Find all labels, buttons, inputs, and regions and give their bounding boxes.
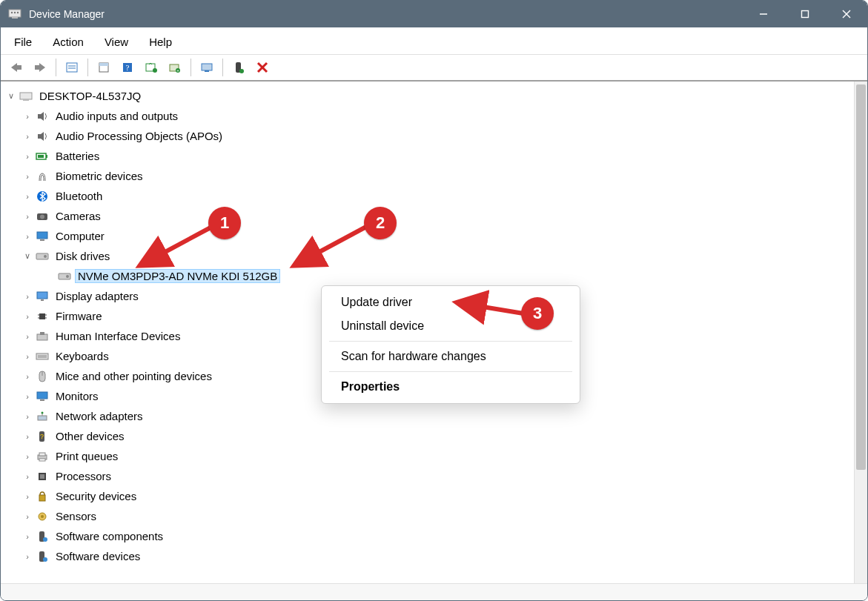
enable-device-button[interactable] [228, 56, 250, 79]
back-button[interactable] [5, 56, 27, 79]
svg-rect-10 [17, 65, 21, 70]
scrollbar-thumb[interactable] [856, 84, 866, 470]
svg-line-85 [460, 303, 523, 313]
svg-rect-63 [38, 416, 47, 420]
node-label: Sensors [53, 509, 99, 523]
expander-icon[interactable]: › [21, 372, 33, 381]
menu-view[interactable]: View [96, 33, 137, 51]
tree-category-node[interactable]: ∨Disk drives [5, 246, 854, 266]
minimize-button[interactable] [743, 1, 784, 27]
software-icon [35, 530, 50, 543]
svg-rect-13 [67, 63, 77, 72]
menu-action[interactable]: Action [44, 33, 93, 51]
tree-category-node[interactable]: ›Sensors [5, 506, 854, 526]
expander-icon[interactable]: › [21, 312, 33, 321]
annotation-badge-2: 2 [364, 207, 397, 239]
expander-icon[interactable]: › [21, 472, 33, 481]
properties-sheet-button[interactable] [93, 56, 115, 79]
context-menu-item[interactable]: Scan for hardware changes [322, 345, 580, 368]
expander-icon[interactable]: › [21, 232, 33, 241]
expander-icon[interactable]: › [21, 532, 33, 541]
expander-icon[interactable]: › [21, 332, 33, 341]
svg-rect-47 [37, 292, 47, 299]
add-legacy-button[interactable] [196, 56, 218, 79]
keyboard-icon [35, 350, 50, 363]
show-hidden-devices-button[interactable] [61, 56, 83, 79]
svg-rect-72 [40, 474, 44, 479]
tree-device-node[interactable]: NVMe OM3PDP3-AD NVMe KDI 512GB [5, 266, 854, 286]
node-label: Mice and other pointing devices [53, 369, 215, 383]
svg-point-40 [40, 214, 44, 219]
expander-icon[interactable]: › [21, 132, 33, 141]
expander-icon[interactable]: › [21, 432, 33, 441]
expander-icon[interactable]: › [21, 412, 33, 421]
svg-point-77 [43, 537, 47, 542]
scan-hardware-button[interactable]: + [164, 56, 186, 79]
tree-category-node[interactable]: ›Computer [5, 226, 854, 246]
node-label: Firmware [53, 309, 105, 323]
vertical-scrollbar[interactable] [854, 82, 867, 583]
expander-icon[interactable]: › [21, 452, 33, 461]
expander-icon[interactable]: › [21, 352, 33, 361]
tree-category-node[interactable]: ›Print queues [5, 446, 854, 466]
mouse-icon [35, 370, 50, 383]
context-menu-item[interactable]: Properties [322, 375, 580, 399]
menubar: File Action View Help [1, 27, 867, 55]
toolbar-separator [191, 59, 191, 76]
expander-icon[interactable]: › [21, 392, 33, 401]
expander-icon[interactable]: › [21, 192, 33, 201]
node-label: Batteries [53, 149, 102, 163]
tree-category-node[interactable]: ›Software components [5, 526, 854, 546]
svg-point-28 [239, 69, 244, 73]
expander-icon[interactable]: › [21, 112, 33, 121]
tree-category-node[interactable]: ›Bluetooth [5, 186, 854, 206]
tree-category-node[interactable]: ›Biometric devices [5, 166, 854, 186]
svg-rect-12 [35, 65, 39, 70]
tree-category-node[interactable]: ›Batteries [5, 146, 854, 166]
tree-category-node[interactable]: ›Software devices [5, 546, 854, 566]
svg-marker-11 [39, 63, 45, 72]
menu-file[interactable]: File [5, 33, 41, 51]
tree-category-node[interactable]: ›Audio Processing Objects (APOs) [5, 126, 854, 146]
tree-category-node[interactable]: ›?Other devices [5, 426, 854, 446]
expander-icon[interactable]: › [21, 492, 33, 501]
svg-rect-49 [39, 313, 45, 319]
expander-icon[interactable]: ∨ [21, 251, 33, 261]
toolbar-separator [222, 59, 223, 76]
svg-rect-36 [46, 155, 47, 158]
disable-device-button[interactable] [251, 56, 274, 79]
help-button[interactable]: ? [116, 56, 139, 79]
security-icon [35, 490, 50, 503]
forward-button[interactable] [29, 56, 51, 79]
tree-root-node[interactable]: ∨DESKTOP-4L537JQ [5, 86, 854, 106]
tree-category-node[interactable]: ›Security devices [5, 486, 854, 506]
menu-help[interactable]: Help [140, 33, 181, 51]
expander-icon[interactable]: ∨ [5, 91, 17, 101]
svg-marker-33 [38, 112, 44, 121]
svg-text:?: ? [40, 433, 44, 440]
network-icon [35, 410, 50, 423]
software-icon [35, 550, 50, 563]
tree-category-node[interactable]: ›Network adapters [5, 406, 854, 426]
sensor-icon [35, 510, 50, 523]
tree-category-node[interactable]: ›Audio inputs and outputs [5, 106, 854, 126]
fingerprint-icon [35, 170, 50, 183]
expander-icon[interactable]: › [21, 552, 33, 561]
svg-point-79 [43, 557, 47, 562]
svg-rect-56 [36, 353, 48, 359]
tree-category-node[interactable]: ›Processors [5, 466, 854, 486]
annotation-arrow-2 [288, 223, 377, 275]
expander-icon[interactable]: › [21, 512, 33, 521]
expander-icon[interactable]: › [21, 292, 33, 301]
expander-icon[interactable]: › [21, 172, 33, 181]
update-driver-button[interactable] [140, 56, 162, 79]
tree-category-node[interactable]: ›Cameras [5, 206, 854, 226]
svg-text:+: + [176, 68, 179, 73]
svg-rect-61 [37, 392, 47, 399]
speaker-icon [35, 130, 50, 143]
monitor-icon [35, 230, 50, 243]
maximize-button[interactable] [784, 1, 826, 27]
expander-icon[interactable]: › [21, 152, 33, 161]
close-button[interactable] [826, 1, 867, 27]
expander-icon[interactable]: › [21, 212, 33, 221]
